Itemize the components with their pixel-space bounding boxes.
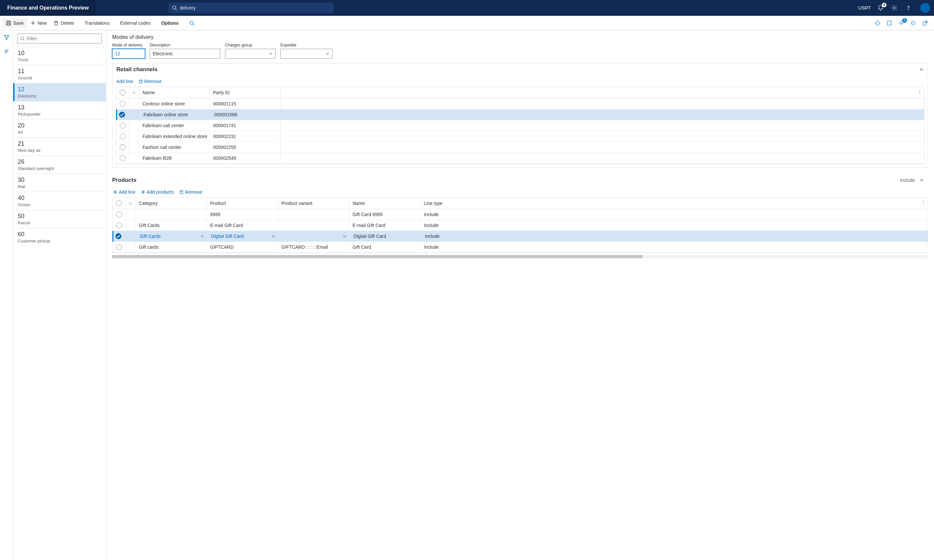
products-hscroll[interactable]: [112, 255, 928, 258]
p-col-product[interactable]: Product: [207, 198, 278, 209]
table-row[interactable]: 9999 Gift Card 9999 Include: [113, 209, 928, 220]
rc-party-cell[interactable]: 000002545: [210, 153, 280, 163]
row-select[interactable]: [113, 242, 126, 252]
rc-party-cell[interactable]: 000001568: [211, 109, 281, 120]
rc-name-cell[interactable]: Fashion call center: [139, 142, 210, 152]
sidebar-item[interactable]: 11 Ground: [13, 65, 106, 83]
sidebar-item[interactable]: 50 Parcel: [13, 210, 106, 228]
rc-party-cell[interactable]: 000001115: [210, 98, 280, 109]
p-variant-cell[interactable]: [278, 220, 349, 231]
list-toggle-button[interactable]: [3, 48, 11, 55]
row-select[interactable]: [116, 131, 129, 142]
p-add-line-button[interactable]: Add line: [113, 189, 136, 195]
rc-party-cell[interactable]: 000002231: [210, 131, 280, 142]
p-category-cell[interactable]: Gift Cards: [137, 231, 208, 242]
rc-add-line-button[interactable]: Add line: [116, 79, 133, 84]
sidebar-item[interactable]: 21 Next day air: [13, 137, 106, 155]
row-select[interactable]: [113, 231, 127, 242]
rc-col-refresh[interactable]: [129, 87, 139, 98]
charges-group-dropdown[interactable]: [225, 49, 276, 58]
row-select[interactable]: [116, 153, 129, 163]
p-linetype-cell[interactable]: Include: [420, 242, 448, 252]
rc-col-select[interactable]: [116, 87, 129, 98]
p-name-cell[interactable]: E-mail Gift Card: [349, 220, 420, 231]
row-select[interactable]: [117, 109, 130, 120]
rc-name-cell[interactable]: Contoso online store: [139, 98, 210, 109]
row-select[interactable]: [113, 220, 126, 231]
rc-name-cell[interactable]: Fabrikam online store: [140, 109, 211, 120]
save-button[interactable]: Save: [3, 18, 27, 28]
row-select[interactable]: [116, 98, 129, 109]
rc-name-cell[interactable]: Fabrikam call center: [139, 120, 210, 131]
rc-name-cell[interactable]: Fabrikam B2B: [139, 153, 210, 163]
mode-of-delivery-input[interactable]: 12: [112, 49, 145, 58]
p-col-linetype[interactable]: Line type: [420, 198, 448, 209]
sidebar-filter[interactable]: [17, 34, 102, 43]
row-select[interactable]: [116, 120, 129, 131]
p-product-cell[interactable]: 9999: [207, 209, 278, 220]
refresh-button[interactable]: [909, 20, 917, 27]
user-avatar[interactable]: [920, 3, 930, 13]
p-linetype-cell[interactable]: Include: [420, 209, 448, 220]
popout-button[interactable]: [922, 20, 929, 27]
actionbar-search-button[interactable]: [186, 18, 198, 28]
copilot-button[interactable]: [874, 20, 881, 27]
rc-col-name[interactable]: Name: [139, 87, 210, 98]
rc-remove-button[interactable]: Remove: [139, 79, 162, 84]
rc-col-party[interactable]: Party ID: [210, 87, 280, 98]
p-name-cell[interactable]: Gift Card 9999: [349, 209, 420, 220]
row-select[interactable]: [116, 142, 129, 152]
rc-grid-more[interactable]: ⋮: [917, 89, 922, 94]
sidebar-item[interactable]: 40 Ocean: [13, 192, 106, 210]
rc-name-cell[interactable]: Fabrikam extended online store: [139, 131, 210, 142]
p-product-cell[interactable]: E-mail Gift Card: [207, 220, 278, 231]
p-grid-more[interactable]: ⋮: [921, 200, 926, 205]
rc-party-cell[interactable]: 000001741: [210, 120, 280, 131]
settings-button[interactable]: [891, 4, 898, 12]
table-row[interactable]: Gift Cards E-mail Gift Card E-mail Gift …: [113, 220, 928, 231]
p-name-cell[interactable]: Gift Card: [349, 242, 420, 252]
filter-pane-button[interactable]: [3, 34, 11, 42]
table-row[interactable]: Fabrikam online store 000001568: [116, 109, 924, 120]
attachments-button[interactable]: 0: [898, 20, 905, 27]
new-button[interactable]: New: [27, 18, 50, 28]
p-variant-cell[interactable]: GIFTCARD : : : : Email: [278, 242, 349, 252]
sidebar-item[interactable]: 26 Standard overnight: [13, 155, 106, 174]
sidebar-item[interactable]: 12 Electronic: [13, 83, 106, 101]
table-row[interactable]: Fabrikam B2B 000002545: [116, 153, 924, 164]
p-col-refresh[interactable]: [126, 198, 136, 209]
p-name-cell[interactable]: Digital Gift Card: [350, 231, 421, 242]
table-row[interactable]: Gift Cards Digital Gift Card Digital Gif…: [113, 231, 928, 242]
table-row[interactable]: Gift cards GIFTCARD GIFTCARD : : : : Ema…: [113, 242, 928, 253]
p-add-products-button[interactable]: Add products: [141, 189, 174, 195]
p-linetype-cell[interactable]: Include: [420, 220, 448, 231]
p-category-cell[interactable]: Gift Cards: [136, 220, 207, 231]
p-variant-cell[interactable]: [278, 209, 349, 220]
p-category-cell[interactable]: [136, 209, 207, 220]
notifications-button[interactable]: 4: [877, 4, 885, 12]
p-product-cell[interactable]: Digital Gift Card: [208, 231, 279, 242]
options-button[interactable]: Options: [158, 18, 182, 28]
sidebar-item[interactable]: 13 Pickuporder: [13, 101, 106, 119]
sidebar-item[interactable]: 60 Customer pickup: [13, 228, 106, 246]
office-button[interactable]: [886, 20, 893, 27]
table-row[interactable]: Fashion call center 000002255: [116, 142, 924, 153]
p-category-cell[interactable]: Gift cards: [136, 242, 207, 252]
global-search[interactable]: delivery: [168, 3, 333, 13]
delete-button[interactable]: Delete: [50, 18, 77, 28]
description-input[interactable]: Electronic: [150, 49, 220, 58]
p-linetype-cell[interactable]: Include: [421, 231, 449, 242]
p-col-category[interactable]: Category: [136, 198, 207, 209]
p-product-cell[interactable]: GIFTCARD: [207, 242, 278, 252]
table-row[interactable]: Fabrikam call center 000001741: [116, 120, 924, 131]
retail-channels-header[interactable]: Retail channels: [113, 63, 928, 75]
translations-button[interactable]: Translations: [81, 18, 113, 28]
expedite-dropdown[interactable]: [280, 49, 332, 58]
legal-entity[interactable]: USRT: [858, 5, 871, 11]
rc-party-cell[interactable]: 000002255: [210, 142, 280, 152]
p-col-name[interactable]: Name: [349, 198, 420, 209]
p-variant-cell[interactable]: [279, 231, 350, 242]
sidebar-item[interactable]: 20 Air: [13, 119, 106, 137]
p-col-variant[interactable]: Product variant: [278, 198, 349, 209]
sidebar-filter-input[interactable]: [27, 36, 99, 41]
